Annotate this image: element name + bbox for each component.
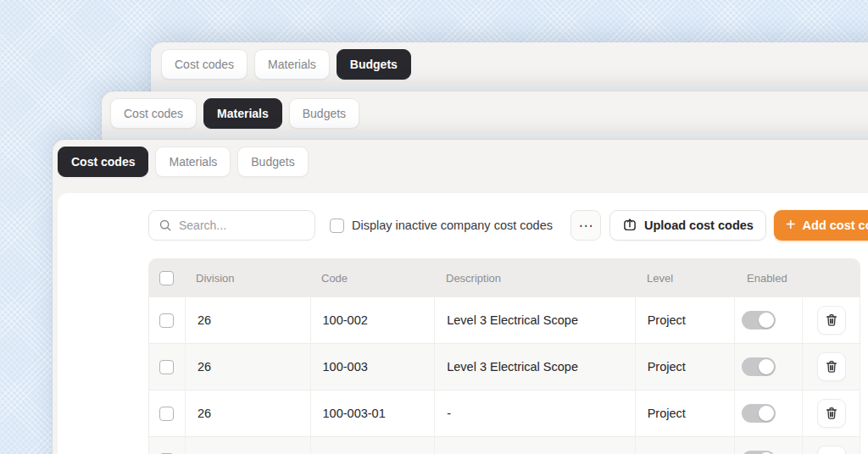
tabbar-budgets-window: Cost codes Materials Budgets xyxy=(151,42,868,80)
table-row xyxy=(148,437,860,454)
add-cost-code-button[interactable]: + Add cost code xyxy=(774,210,868,241)
row-checkbox[interactable] xyxy=(159,360,174,374)
cost-codes-panel: Display inactive company cost codes ⋯ Up… xyxy=(58,193,868,454)
cell-code: 100-002 xyxy=(310,297,435,343)
delete-row-button[interactable] xyxy=(817,352,846,381)
select-all-checkbox[interactable] xyxy=(159,271,174,285)
tab-materials[interactable]: Materials xyxy=(203,98,282,129)
tab-budgets[interactable]: Budgets xyxy=(237,147,308,177)
delete-row-button[interactable] xyxy=(817,446,846,454)
table-header-row: Division Code Description Level Enabled xyxy=(148,258,860,297)
cell-description xyxy=(434,437,634,454)
toolbar: Display inactive company cost codes ⋯ Up… xyxy=(148,210,868,241)
add-button-label: Add cost code xyxy=(803,219,868,232)
enabled-toggle[interactable] xyxy=(742,311,776,329)
ellipsis-icon: ⋯ xyxy=(578,219,593,233)
trash-icon xyxy=(824,359,839,374)
cell-division: 26 xyxy=(185,297,310,343)
window-cost-codes: Cost codes Materials Budgets Display ina… xyxy=(53,140,868,454)
cell-code xyxy=(310,437,435,454)
upload-button-label: Upload cost codes xyxy=(644,219,754,232)
delete-row-button[interactable] xyxy=(817,399,846,428)
enabled-toggle[interactable] xyxy=(742,451,776,454)
trash-icon xyxy=(824,313,839,328)
cell-level: Project xyxy=(635,344,735,390)
plus-icon: + xyxy=(786,216,796,233)
table-row: 26 100-002 Level 3 Electrical Scope Proj… xyxy=(148,297,860,344)
column-header-enabled: Enabled xyxy=(735,272,803,285)
tab-cost-codes[interactable]: Cost codes xyxy=(110,98,197,129)
search-icon xyxy=(159,219,172,232)
tab-materials[interactable]: Materials xyxy=(254,49,330,80)
cell-description: Level 3 Electrical Scope xyxy=(434,344,634,390)
cell-level: Project xyxy=(635,390,735,436)
delete-row-button[interactable] xyxy=(817,306,846,335)
cell-division: 26 xyxy=(185,344,310,390)
tabbar-materials-window: Cost codes Materials Budgets xyxy=(102,91,868,129)
upload-icon xyxy=(622,218,637,233)
cell-level: Project xyxy=(635,297,735,343)
tabbar-cost-codes-window: Cost codes Materials Budgets xyxy=(53,140,868,177)
cell-level xyxy=(635,437,735,454)
cell-code: 100-003 xyxy=(310,344,435,390)
tab-cost-codes[interactable]: Cost codes xyxy=(58,147,148,177)
table-row: 26 100-003 Level 3 Electrical Scope Proj… xyxy=(148,344,860,390)
cell-division xyxy=(185,437,310,454)
upload-cost-codes-button[interactable]: Upload cost codes xyxy=(609,210,766,241)
desktop-background: Cost codes Materials Budgets Cost codes … xyxy=(0,0,868,454)
tab-budgets[interactable]: Budgets xyxy=(337,49,411,80)
cell-code: 100-003-01 xyxy=(310,390,435,436)
column-header-division: Division xyxy=(184,272,309,285)
display-inactive-label[interactable]: Display inactive company cost codes xyxy=(352,219,553,232)
row-checkbox[interactable] xyxy=(159,407,174,421)
more-options-button[interactable]: ⋯ xyxy=(570,210,601,241)
tab-budgets[interactable]: Budgets xyxy=(289,98,359,129)
column-header-level: Level xyxy=(635,272,735,285)
search-field[interactable] xyxy=(148,210,315,241)
trash-icon xyxy=(824,406,839,421)
tab-cost-codes[interactable]: Cost codes xyxy=(161,49,248,80)
cell-description: Level 3 Electrical Scope xyxy=(434,297,634,343)
table-row: 26 100-003-01 - Project xyxy=(148,390,860,437)
enabled-toggle[interactable] xyxy=(742,404,776,423)
display-inactive-checkbox[interactable] xyxy=(330,219,344,233)
cell-description: - xyxy=(434,390,634,436)
column-header-code: Code xyxy=(309,272,434,285)
cost-codes-table: Division Code Description Level Enabled … xyxy=(148,258,860,454)
tab-materials[interactable]: Materials xyxy=(155,147,231,177)
search-input[interactable] xyxy=(179,219,306,232)
column-header-description: Description xyxy=(434,272,635,285)
row-checkbox[interactable] xyxy=(159,313,174,328)
enabled-toggle[interactable] xyxy=(742,357,776,376)
cell-division: 26 xyxy=(185,390,310,436)
